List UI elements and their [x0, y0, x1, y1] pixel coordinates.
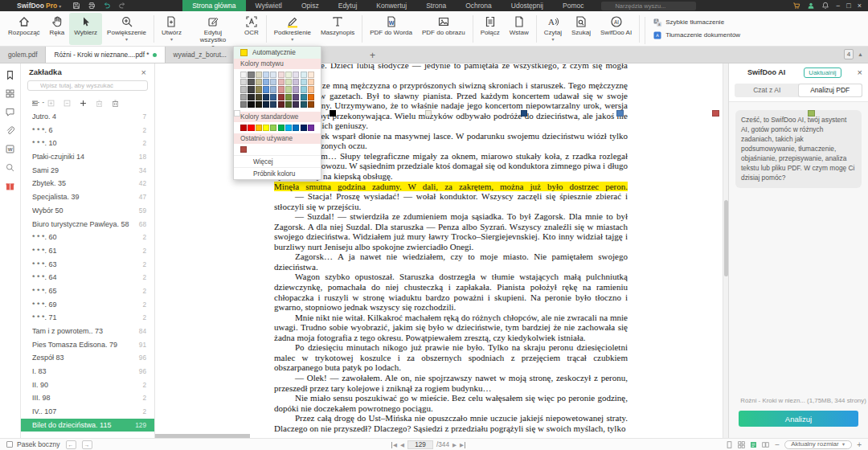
color-swatch[interactable] [278, 79, 285, 85]
titlebar-search-input[interactable] [615, 2, 691, 10]
menu-tab-strona[interactable]: Strona [416, 0, 456, 11]
color-swatch[interactable] [293, 94, 299, 100]
word-plugin-icon[interactable]: W [5, 144, 15, 154]
ai-tab-czat-z-ai[interactable]: Czat z AI [735, 84, 799, 96]
color-swatch[interactable] [256, 79, 262, 85]
color-swatch[interactable] [248, 79, 254, 85]
color-swatch[interactable] [278, 94, 285, 100]
bookmark-item-61[interactable]: * * *. 612 [21, 244, 154, 258]
auto-color-option[interactable]: Automatycznie [234, 47, 321, 59]
bookmark-item-bilet-do-dzieci-stwa-115[interactable]: Bilet do dzieciństwa. 115129 [21, 419, 154, 432]
menu-tab-pomoc[interactable]: Pomoc [553, 0, 593, 11]
share-icon[interactable] [845, 68, 854, 77]
color-swatch[interactable] [240, 72, 247, 78]
color-swatch[interactable] [293, 72, 299, 78]
color-swatch[interactable] [256, 94, 262, 100]
ribbon-edytuj-wszystko[interactable]: Edytuj wszystko▾ [186, 13, 240, 45]
menu-tab-wy-wietl[interactable]: Wyświetl [246, 0, 292, 11]
bookmark-item-69[interactable]: * * *. 692 [21, 297, 154, 311]
color-swatch[interactable] [270, 79, 276, 85]
color-swatch[interactable] [256, 86, 262, 92]
menu-tab-ochrona[interactable]: Ochrona [456, 0, 502, 11]
ribbon-powi-kszenie[interactable]: Powiększenie▾ [102, 13, 151, 45]
close-button[interactable]: × [858, 2, 862, 10]
color-swatch[interactable] [301, 72, 307, 78]
sidebar-toggle-checkbox[interactable] [6, 441, 13, 448]
bookmark-item-iv-107[interactable]: IV.. 1072 [21, 405, 154, 419]
bookmark-item-65[interactable]: * * *. 652 [21, 284, 154, 298]
comment-icon[interactable] [5, 107, 15, 117]
bookmark-item-6[interactable]: * * *. 62 [21, 123, 154, 137]
color-swatch[interactable] [285, 72, 292, 78]
bookmark-icon[interactable] [5, 70, 15, 80]
color-swatch[interactable] [263, 72, 269, 78]
color-swatch[interactable] [293, 79, 299, 85]
ribbon-rozpocz[interactable]: Rozpocząć [3, 13, 45, 45]
bookmark-item-ii-90[interactable]: II. 902 [21, 378, 154, 391]
color-swatch[interactable] [425, 110, 432, 117]
bookmark-item-biuro-turystyczne-pawleya-58[interactable]: Biuro turystyczne Pawleya. 5868 [21, 217, 154, 231]
menu-tab-edytuj[interactable]: Edytuj [329, 0, 367, 11]
color-swatch[interactable] [240, 79, 247, 85]
attachment-icon[interactable] [5, 125, 15, 136]
ribbon-pdf-do-worda[interactable]: WPDF do Worda [365, 13, 417, 45]
ribbon-swifdoo-ai[interactable]: AISwifDoo AI [596, 13, 637, 45]
color-swatch[interactable] [278, 86, 285, 92]
menu-tab-konwertuj[interactable]: Konwertuj [366, 0, 416, 11]
ai-tab-analizuj-pdf[interactable]: Analizuj PDF [799, 84, 862, 96]
history-forward-button[interactable]: → [82, 440, 92, 449]
bell-icon[interactable] [821, 2, 829, 10]
color-swatch[interactable] [308, 86, 314, 92]
color-swatch[interactable] [278, 72, 285, 78]
color-swatch[interactable] [285, 86, 292, 92]
print-icon[interactable] [88, 2, 96, 10]
menu-tab-udost-pnij[interactable]: Udostępnij [502, 0, 553, 11]
bookmark-item-jutro-4[interactable]: Jutro. 47 [21, 110, 154, 124]
update-button[interactable]: Uaktualnij [804, 68, 841, 78]
bookmark-item-60[interactable]: * * *. 602 [21, 231, 154, 244]
color-swatch[interactable] [240, 86, 247, 92]
ribbon-maszynopis[interactable]: Maszynopis [316, 13, 359, 45]
close-icon[interactable]: × [858, 68, 862, 76]
color-swatch[interactable] [285, 94, 292, 100]
file-tab-r-ni-kroki-w-nieznane-pdf[interactable]: Różni - Kroki w nieznane....pdf * [46, 47, 165, 63]
bookmark-item-sami-29[interactable]: Sami 2934 [21, 163, 154, 177]
color-swatch[interactable] [234, 110, 240, 117]
bookmark-item-zesp-83[interactable]: Zespół 8396 [21, 351, 154, 365]
bookmark-item-64[interactable]: * * *. 642 [21, 271, 154, 284]
color-swatch[interactable] [308, 72, 314, 78]
menu-tab-opisz[interactable]: Opisz [292, 0, 329, 11]
color-swatch[interactable] [308, 101, 314, 108]
color-swatch[interactable] [248, 86, 254, 92]
bookmark-item-71[interactable]: * * *. 712 [21, 311, 154, 325]
undo-icon[interactable] [103, 2, 111, 10]
bookmarks-search[interactable] [27, 80, 148, 91]
color-swatch[interactable] [616, 110, 623, 117]
color-swatch[interactable] [808, 110, 814, 117]
color-swatch[interactable] [248, 94, 254, 100]
close-icon[interactable]: × [141, 68, 146, 76]
color-swatch[interactable] [308, 79, 314, 85]
bookmark-item-tam-i-z-powrotem-73[interactable]: Tam i z powrotem.. 7384 [21, 325, 154, 338]
color-swatch[interactable] [263, 86, 269, 92]
color-swatch[interactable] [301, 86, 307, 92]
color-swatch[interactable] [301, 101, 307, 108]
file-tab-golem-pdf[interactable]: golem.pdf [0, 47, 46, 63]
save-icon[interactable] [72, 2, 80, 10]
ribbon-czytaj[interactable]: ACzytaj▾ [539, 13, 567, 45]
color-swatch[interactable] [263, 94, 269, 100]
bookmark-item-wyb-r-50[interactable]: Wybór 5059 [21, 204, 154, 218]
ribbon-szybkie-t-umaczenie[interactable]: AaSzybkie tłumaczenie [653, 18, 740, 27]
chevron-up-icon[interactable]: ▲ [858, 51, 863, 57]
color-swatch[interactable] [240, 94, 247, 100]
color-swatch[interactable] [270, 72, 276, 78]
ribbon-wstaw[interactable]: Wstaw [505, 13, 534, 45]
bookmark-item-zbytek-35[interactable]: Zbytek. 3542 [21, 177, 154, 190]
color-swatch[interactable] [263, 101, 269, 108]
color-swatch[interactable] [248, 101, 254, 108]
search-icon[interactable] [5, 162, 15, 173]
bookmark-item-specjalista-39[interactable]: Specjalista. 3947 [21, 190, 154, 204]
color-swatch[interactable] [270, 101, 276, 108]
person-icon[interactable] [807, 2, 815, 10]
color-swatch[interactable] [301, 79, 307, 85]
